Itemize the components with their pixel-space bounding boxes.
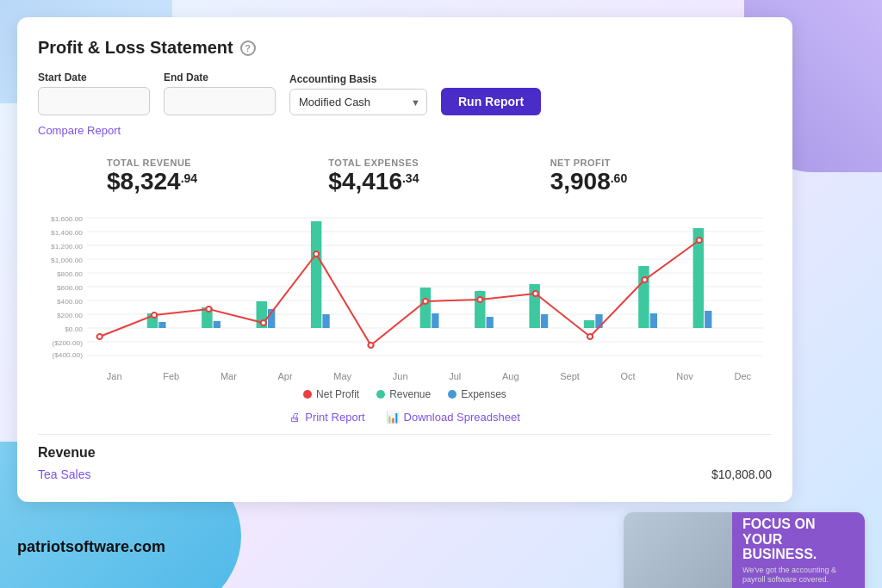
svg-point-47 xyxy=(152,313,157,318)
x-label-jan: Jan xyxy=(107,371,122,381)
svg-rect-45 xyxy=(705,311,711,328)
svg-rect-42 xyxy=(638,266,649,328)
download-icon: 📊 xyxy=(386,411,400,424)
total-expenses-metric: TOTAL EXPENSES $4,416 .34 xyxy=(328,158,550,195)
svg-rect-25 xyxy=(158,322,165,328)
total-expenses-value: $4,416 .34 xyxy=(328,168,550,195)
net-profit-label: NET PROFIT xyxy=(550,158,772,168)
accounting-basis-label: Accounting Basis xyxy=(289,73,427,85)
svg-text:$800.00: $800.00 xyxy=(57,270,83,278)
download-spreadsheet-link[interactable]: 📊 Download Spreadsheet xyxy=(386,411,520,424)
svg-rect-30 xyxy=(311,221,321,328)
page-title: Profit & Loss Statement xyxy=(38,38,233,58)
legend-label-expenses: Expenses xyxy=(461,388,506,400)
svg-point-51 xyxy=(368,343,373,348)
bottom-section: patriotsoftware.com FOCUS ON YOUR BUSINE… xyxy=(17,512,865,588)
tea-sales-amount: $10,808.00 xyxy=(711,467,772,481)
x-label-sept: Sept xyxy=(560,371,580,381)
accounting-basis-wrap: Modified Cash Accrual Cash ▼ xyxy=(289,89,427,115)
total-expenses-label: TOTAL EXPENSES xyxy=(328,158,550,168)
print-icon: 🖨 xyxy=(289,411,301,424)
ad-headline: FOCUS ON YOUR BUSINESS. xyxy=(742,517,854,562)
svg-rect-31 xyxy=(322,314,329,328)
svg-text:$400.00: $400.00 xyxy=(57,298,83,306)
accounting-basis-group: Accounting Basis Modified Cash Accrual C… xyxy=(289,73,427,115)
accounting-basis-select[interactable]: Modified Cash Accrual Cash xyxy=(289,89,427,115)
tea-sales-link[interactable]: Tea Sales xyxy=(38,467,90,481)
svg-rect-27 xyxy=(214,321,220,328)
legend-dot-revenue xyxy=(376,390,385,399)
svg-text:$1,600.00: $1,600.00 xyxy=(51,215,83,223)
compare-report-link[interactable]: Compare Report xyxy=(38,124,121,137)
legend-net-profit: Net Profit xyxy=(303,388,359,400)
legend-label-net-profit: Net Profit xyxy=(316,388,359,400)
download-label: Download Spreadsheet xyxy=(404,411,520,424)
print-report-label: Print Report xyxy=(305,411,364,424)
actions-row: 🖨 Print Report 📊 Download Spreadsheet xyxy=(38,411,772,424)
svg-rect-35 xyxy=(432,313,438,328)
total-expenses-cents: .34 xyxy=(402,171,419,185)
run-report-button[interactable]: Run Report xyxy=(441,88,541,115)
net-profit-value: 3,908 .60 xyxy=(550,168,772,195)
svg-text:$600.00: $600.00 xyxy=(57,284,83,292)
svg-point-46 xyxy=(97,334,102,339)
legend-dot-net-profit xyxy=(303,390,312,399)
svg-point-52 xyxy=(423,299,428,304)
card-header: Profit & Loss Statement ? xyxy=(38,38,772,58)
x-label-feb: Feb xyxy=(163,371,179,381)
svg-point-56 xyxy=(642,277,647,282)
start-date-wrap: 📅 xyxy=(38,87,150,115)
revenue-row: Tea Sales $10,808.00 xyxy=(38,467,772,481)
net-profit-cents: .60 xyxy=(611,171,627,185)
x-label-jun: Jun xyxy=(393,371,408,381)
x-label-may: May xyxy=(333,371,351,381)
ad-overlay: FOCUS ON YOUR BUSINESS. We've got the ac… xyxy=(732,512,865,588)
svg-text:$1,000.00: $1,000.00 xyxy=(51,257,83,264)
x-axis-labels: Jan Feb Mar Apr May Jun Jul Aug Sept Oct… xyxy=(38,371,772,381)
svg-point-54 xyxy=(533,291,538,296)
svg-point-49 xyxy=(261,320,266,325)
svg-point-53 xyxy=(477,297,482,302)
svg-rect-43 xyxy=(650,313,657,328)
print-report-link[interactable]: 🖨 Print Report xyxy=(289,411,364,424)
svg-text:$1,200.00: $1,200.00 xyxy=(51,243,83,251)
start-date-group: Start Date 📅 xyxy=(38,71,150,115)
divider xyxy=(38,434,772,435)
total-revenue-value: $8,324 .94 xyxy=(107,168,328,195)
chart-area: $1,600.00 $1,400.00 $1,200.00 $1,000.00 … xyxy=(38,209,772,364)
end-date-label: End Date xyxy=(164,71,276,84)
domain-text: patriotsoftware.com xyxy=(17,538,606,556)
legend-label-revenue: Revenue xyxy=(389,388,431,400)
start-date-label: Start Date xyxy=(38,71,150,84)
svg-rect-37 xyxy=(487,317,494,328)
x-label-oct: Oct xyxy=(620,371,635,381)
total-revenue-metric: TOTAL REVENUE $8,324 .94 xyxy=(107,158,328,195)
x-label-aug: Aug xyxy=(502,371,519,381)
svg-text:$0.00: $0.00 xyxy=(65,325,83,333)
svg-text:($200.00): ($200.00) xyxy=(52,339,83,347)
chart-legend: Net Profit Revenue Expenses xyxy=(38,388,772,400)
end-date-wrap: 📅 xyxy=(164,87,276,115)
help-icon[interactable]: ? xyxy=(240,40,256,56)
total-revenue-label: TOTAL REVENUE xyxy=(107,158,328,168)
x-label-apr: Apr xyxy=(278,371,293,381)
ad-subtext: We've got the accounting & payroll softw… xyxy=(742,566,854,585)
legend-expenses: Expenses xyxy=(448,388,506,400)
total-expenses-dollars: $4,416 xyxy=(328,168,402,195)
svg-point-48 xyxy=(206,306,211,312)
net-profit-metric: NET PROFIT 3,908 .60 xyxy=(550,158,772,195)
total-revenue-cents: .94 xyxy=(181,171,197,185)
x-label-jul: Jul xyxy=(449,371,461,381)
total-revenue-dollars: $8,324 xyxy=(107,168,181,195)
main-container: Profit & Loss Statement ? Start Date 📅 E… xyxy=(0,0,882,588)
net-profit-dollars: 3,908 xyxy=(550,168,611,195)
svg-rect-34 xyxy=(420,288,431,328)
chart-svg: $1,600.00 $1,400.00 $1,200.00 $1,000.00 … xyxy=(38,209,772,364)
x-label-dec: Dec xyxy=(735,371,752,381)
svg-rect-39 xyxy=(541,314,548,328)
ad-image-area: FOCUS ON YOUR BUSINESS. We've got the ac… xyxy=(624,512,865,588)
form-row: Start Date 📅 End Date 📅 Accounting Basis… xyxy=(38,71,772,115)
svg-point-57 xyxy=(697,238,702,243)
x-label-nov: Nov xyxy=(676,371,693,381)
metrics-row: TOTAL REVENUE $8,324 .94 TOTAL EXPENSES … xyxy=(38,158,772,195)
